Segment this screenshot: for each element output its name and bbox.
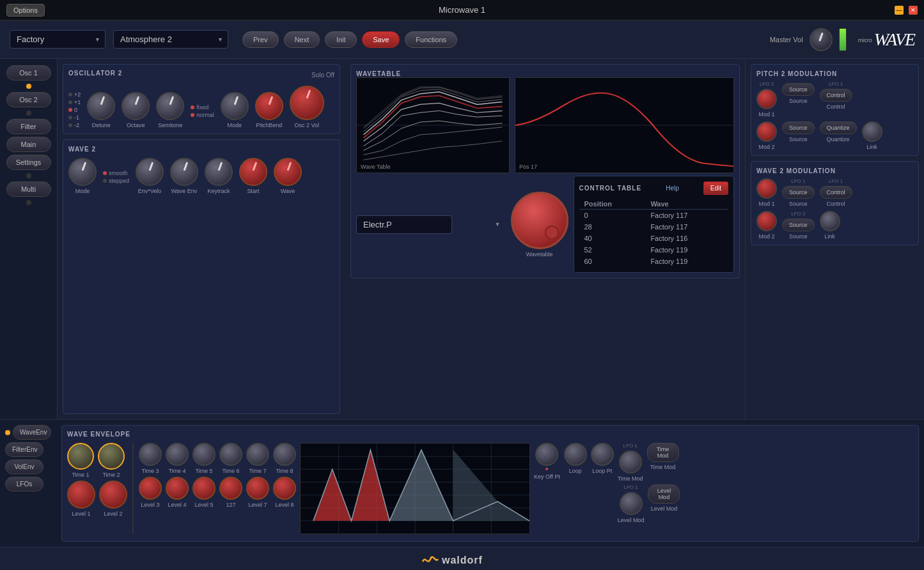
close-button[interactable]: ✕ [909, 6, 918, 15]
pitchbend-knob[interactable] [255, 92, 283, 120]
filterenv-button[interactable]: FilterEnv [5, 442, 43, 457]
mode-knob[interactable] [221, 92, 249, 120]
ct-edit-button[interactable]: Edit [703, 181, 728, 195]
sidebar-item-filter[interactable]: Filter [6, 119, 51, 134]
time1-knob[interactable] [67, 443, 94, 470]
octave-knob[interactable] [121, 92, 150, 120]
preset-dropdown[interactable]: Atmosphere 2 [113, 30, 228, 49]
looppt-knob[interactable] [591, 443, 614, 466]
mod-final-col: LFO 1 Time Mod Time Mod Time Mod LFO 1 [618, 443, 680, 534]
time4-knob[interactable] [166, 443, 189, 466]
pitch2-mod-row2: Mod 2 Source Source Quantize Quantize Li… [756, 121, 913, 150]
start-knob[interactable] [239, 158, 267, 186]
level1-knob[interactable] [67, 481, 95, 509]
electr-dropdown-wrap[interactable]: Electr.P [356, 215, 506, 234]
time38-col: Time 3 Time 4 Time 5 Time 6 [139, 443, 296, 534]
sidebar-item-osc2[interactable]: Osc 2 [6, 92, 51, 107]
electr-dropdown[interactable]: Electr.P [356, 215, 452, 234]
level6-knob[interactable] [219, 477, 242, 500]
center-left-panel: OSCILLATOR 2 Solo Off +2 +1 0 -1 -2 Detu… [58, 59, 345, 419]
time38-row: Time 3 Time 4 Time 5 Time 6 [139, 443, 296, 474]
level7-label: Level 7 [248, 502, 267, 508]
keyoffpt-knob[interactable] [535, 443, 558, 466]
sidebar-item-osc1[interactable]: Osc 1 [6, 65, 51, 81]
levelmod2-btn[interactable]: Level Mod [648, 484, 680, 504]
functions-button[interactable]: Functions [405, 31, 457, 48]
pitch2-control1-btn[interactable]: Control [820, 89, 852, 102]
level8-label: Level 8 [275, 502, 294, 508]
pitch2-source1-btn[interactable]: Source [782, 83, 815, 96]
save-button[interactable]: Save [362, 31, 400, 48]
semitone-knob[interactable] [156, 92, 184, 120]
semi-dot-p2 [68, 93, 72, 96]
loop-knob[interactable] [564, 443, 587, 466]
timemod2-btn[interactable]: Time Mod [647, 443, 679, 462]
level4-knob[interactable] [166, 477, 189, 500]
pitch2-link-knob[interactable] [862, 121, 882, 142]
time6-knob[interactable] [219, 443, 242, 466]
time8-group: Time 8 [273, 443, 296, 474]
pitch2-mod1-knob[interactable] [756, 89, 777, 109]
wave2-source2-btn[interactable]: Source [782, 219, 815, 231]
timemod1-knob[interactable] [619, 451, 642, 474]
wave2-mod2-knob[interactable] [756, 211, 777, 231]
options-button[interactable]: Options [6, 4, 45, 17]
time8-knob[interactable] [273, 443, 296, 466]
next-button[interactable]: Next [284, 31, 320, 48]
time5-knob[interactable] [192, 443, 215, 466]
waveenv-knob[interactable] [170, 158, 198, 186]
title-bar: Options Microwave 1 — ✕ [0, 0, 924, 20]
factory-dropdown-wrap[interactable]: Factory [10, 30, 106, 49]
key-loop-top: Key Off Pt Loop Loop Pt [534, 443, 614, 480]
ct-table: Position Wave 0 Factory 117 28 [579, 199, 729, 267]
ct-help[interactable]: Help [666, 185, 679, 192]
wave2-link-knob[interactable] [820, 211, 840, 231]
wave2-mod1-group: Mod 1 [756, 178, 777, 207]
level2-knob[interactable] [99, 481, 127, 509]
level8-knob[interactable] [273, 477, 296, 500]
level3-label: Level 3 [141, 502, 159, 508]
levelmod1-knob[interactable] [620, 492, 643, 515]
osc2-controls: +2 +1 0 -1 -2 Detune Octave [68, 86, 334, 128]
time7-knob[interactable] [246, 443, 269, 466]
prev-button[interactable]: Prev [242, 31, 279, 48]
wave2-mode-knob[interactable] [68, 158, 97, 186]
keytrack-knob[interactable] [205, 158, 233, 186]
volenv-button[interactable]: VolEnv [5, 459, 43, 474]
ct-row2-pos: 40 [579, 233, 646, 244]
level3-group: Level 3 [139, 477, 162, 508]
level3-knob[interactable] [139, 477, 162, 500]
pitch2-quantize-btn[interactable]: Quantize [820, 121, 857, 134]
lfos-button[interactable]: LFOs [5, 477, 43, 491]
level7-knob[interactable] [246, 477, 269, 500]
wave-label: Wave [281, 188, 295, 194]
functions-group: Functions [405, 31, 457, 48]
sidebar-item-multi[interactable]: Multi [6, 181, 51, 197]
wave2-mod1-knob[interactable] [756, 178, 777, 199]
level5-knob[interactable] [192, 477, 215, 500]
master-vol-area: Master Vol micro WAVE [770, 28, 914, 51]
sidebar-item-settings[interactable]: Settings [6, 155, 51, 170]
sidebar-item-main[interactable]: Main [6, 137, 51, 152]
time3-knob[interactable] [139, 443, 162, 466]
init-button[interactable]: Init [325, 31, 357, 48]
detune-knob[interactable] [87, 92, 115, 120]
factory-dropdown[interactable]: Factory [10, 30, 106, 49]
pitch2-source2-btn[interactable]: Source [782, 121, 815, 134]
detune-knob-group: Detune [87, 92, 115, 128]
pitch2-mod2-knob[interactable] [756, 121, 777, 142]
preset-dropdown-wrap[interactable]: Atmosphere 2 [113, 30, 228, 49]
wave2-control1-btn[interactable]: Control [820, 186, 852, 199]
osc2-solo: Solo Off [311, 72, 334, 79]
osc2vol-knob[interactable] [290, 86, 324, 120]
table-row: 28 Factory 117 [579, 221, 729, 233]
wavetable-knob[interactable] [511, 192, 568, 249]
multi-dot [26, 200, 31, 205]
minimize-button[interactable]: — [895, 6, 904, 15]
waveenv-button[interactable]: WaveEnv [13, 425, 51, 440]
time2-knob[interactable] [98, 443, 125, 470]
envvelo-knob[interactable] [136, 158, 164, 186]
wave2-source1-btn[interactable]: Source [782, 186, 815, 199]
master-vol-knob[interactable] [810, 28, 833, 51]
wave-knob[interactable] [274, 158, 302, 186]
